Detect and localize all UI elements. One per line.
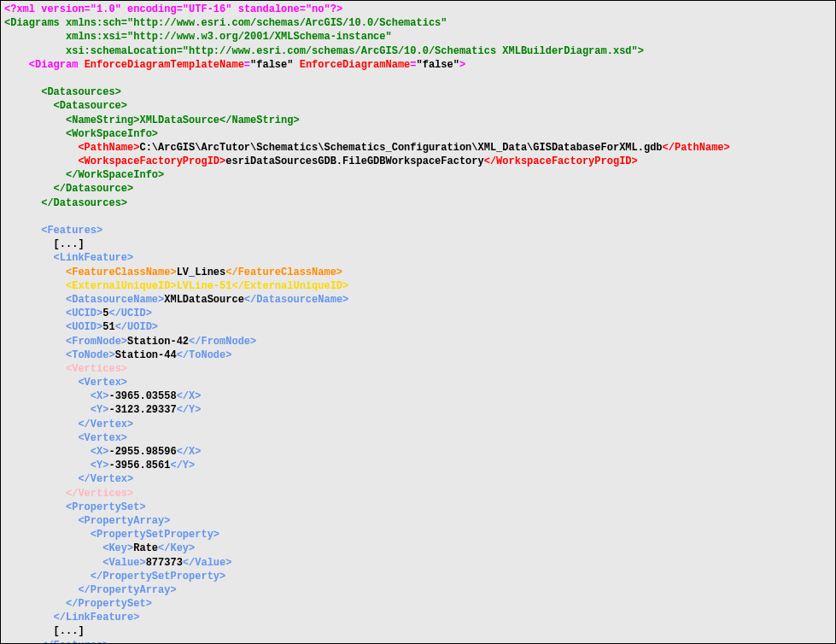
vertices-open: <Vertices>: [66, 363, 127, 375]
propertyarray-close: </PropertyArray>: [78, 584, 176, 596]
propertysetproperty-close: </PropertySetProperty>: [91, 571, 225, 583]
propertysetproperty-open: <PropertySetProperty>: [91, 529, 219, 541]
vertices-close: </Vertices>: [66, 488, 133, 500]
datasource-open: <Datasource>: [54, 100, 127, 112]
vertex-y: -3123.29337: [108, 404, 176, 416]
vertex-close: </Vertex>: [78, 473, 133, 485]
ellipsis: [...]: [54, 625, 85, 637]
namestring: <NameString>XMLDataSource</NameString>: [66, 114, 300, 126]
diagrams-open: <Diagrams xmlns:sch="http://www.esri.com…: [4, 17, 447, 29]
uoid-value: 51: [102, 321, 114, 333]
vertex-open: <Vertex>: [78, 377, 127, 389]
workspaceinfo-open: <WorkSpaceInfo>: [66, 128, 158, 140]
value-value: 877373: [146, 557, 183, 569]
vertex-x: -3965.03558: [108, 390, 176, 402]
propertyset-open: <PropertySet>: [66, 501, 146, 513]
diagrams-schemaloc: xsi:schemaLocation="http://www.esri.com/…: [4, 45, 644, 57]
tonode-value: Station-44: [115, 349, 177, 361]
datasource-close: </Datasource>: [54, 183, 134, 195]
xml-code-view: <?xml version="1.0" encoding="UTF-16" st…: [0, 0, 836, 644]
ellipsis: [...]: [54, 238, 85, 250]
key-value: Rate: [133, 542, 158, 554]
featureclassname-value: LV_Lines: [177, 266, 226, 278]
diagrams-xmlns-xsi: xmlns:xsi="http://www.w3.org/2001/XMLSch…: [4, 31, 392, 43]
vertex-x: -2955.98596: [108, 446, 176, 458]
workspaceinfo-close: </WorkSpaceInfo>: [66, 169, 164, 181]
fromnode-value: Station-42: [127, 336, 189, 348]
pathname-value: C:\ArcGIS\ArcTutor\Schematics\Schematics…: [139, 142, 662, 154]
datasources-close: </Datasources>: [41, 197, 127, 209]
features-open: <Features>: [41, 225, 102, 237]
workspacefactory-value: esriDataSourcesGDB.FileGDBWorkspaceFacto…: [225, 155, 483, 167]
datasourcename-value: XMLDataSource: [164, 294, 244, 306]
vertex-open: <Vertex>: [78, 432, 127, 444]
xml-declaration: <?xml version="1.0" encoding="UTF-16" st…: [4, 3, 342, 15]
vertex-close: </Vertex>: [78, 419, 133, 430]
linkfeature-close: </LinkFeature>: [54, 612, 140, 624]
propertyarray-open: <PropertyArray>: [78, 515, 170, 527]
datasources-open: <Datasources>: [41, 86, 121, 98]
features-close: </Features>: [41, 640, 108, 644]
linkfeature-open: <LinkFeature>: [54, 252, 134, 264]
externaluniqueid: <ExternalUniqueID>LVLine-51</ExternalUni…: [66, 280, 348, 292]
vertex-y: -3956.8561: [108, 460, 170, 471]
propertyset-close: </PropertySet>: [66, 598, 152, 610]
